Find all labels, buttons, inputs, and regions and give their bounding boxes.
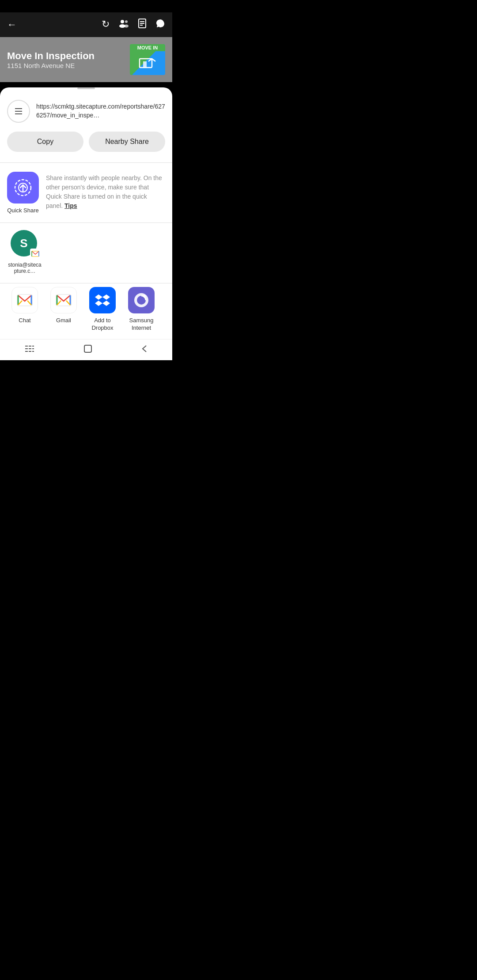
quick-share-section: Quick Share Share instantly with people … (0, 163, 172, 222)
contact-name: stonia@sitecapture.c… (7, 262, 42, 274)
chat-icon[interactable] (155, 19, 165, 31)
svg-marker-21 (95, 301, 110, 306)
contact-item[interactable]: S stonia@sitecapture.c… (7, 230, 42, 274)
svg-rect-34 (84, 345, 91, 352)
svg-marker-20 (102, 294, 110, 300)
samsung-icon (128, 287, 155, 313)
quick-share-circle (7, 172, 39, 204)
svg-point-2 (125, 20, 128, 23)
share-url: https://scmktg.sitecapture.com/reportsha… (36, 102, 165, 120)
app-label-dropbox: Add to Dropbox (85, 317, 120, 332)
contact-avatar-wrap: S (11, 230, 39, 258)
gmail-icon (50, 287, 77, 313)
app-item-chat[interactable]: Chat (7, 287, 42, 332)
svg-point-0 (121, 20, 124, 23)
tips-link[interactable]: Tips (64, 202, 77, 209)
app-label-chat: Chat (19, 317, 30, 324)
quick-share-desc: Share instantly with people nearby. On t… (46, 172, 165, 211)
share-sheet: https://scmktg.sitecapture.com/reportsha… (0, 87, 172, 339)
apps-section: Chat Gmail (0, 283, 172, 339)
page-address: 1151 North Avenue NE (7, 62, 95, 69)
app-item-samsung[interactable]: Samsung Internet (124, 287, 159, 332)
svg-marker-19 (95, 294, 102, 300)
badge-text: MOVE IN (130, 44, 165, 51)
url-icon (7, 100, 30, 123)
svg-point-3 (124, 25, 129, 28)
dropbox-icon (89, 287, 116, 313)
badge-icon (139, 55, 156, 72)
contacts-icon[interactable] (118, 19, 129, 31)
move-in-badge: MOVE IN (130, 44, 165, 75)
app-label-samsung: Samsung Internet (124, 317, 159, 332)
chat-icon (11, 287, 38, 313)
notes-icon[interactable] (138, 19, 147, 31)
home-icon[interactable] (83, 344, 93, 356)
copy-button[interactable]: Copy (7, 132, 83, 152)
app-header: Move In Inspection 1151 North Avenue NE … (0, 37, 172, 82)
sheet-handle (77, 87, 95, 89)
quick-share-label: Quick Share (7, 207, 39, 214)
contact-gmail-badge (30, 249, 41, 259)
back-icon[interactable]: ← (7, 19, 17, 30)
buttons-row: Copy Nearby Share (0, 132, 172, 162)
app-label-gmail: Gmail (56, 317, 71, 324)
svg-rect-9 (143, 61, 147, 68)
page-title: Move In Inspection (7, 50, 95, 62)
bottom-nav (0, 339, 172, 360)
app-item-gmail[interactable]: Gmail (46, 287, 81, 332)
nearby-share-button[interactable]: Nearby Share (89, 132, 165, 152)
menu-icon[interactable] (24, 345, 35, 355)
svg-point-24 (143, 295, 146, 298)
refresh-icon[interactable]: ↻ (102, 19, 110, 31)
url-row: https://scmktg.sitecapture.com/reportsha… (0, 96, 172, 132)
top-nav: ← ↻ (0, 12, 172, 37)
app-item-dropbox[interactable]: Add to Dropbox (85, 287, 120, 332)
status-bar (0, 0, 172, 12)
back-nav-icon[interactable] (141, 344, 148, 356)
contact-section: S stonia@sitecapture.c… (0, 223, 172, 283)
quick-share-icon-wrap[interactable]: Quick Share (7, 172, 39, 214)
